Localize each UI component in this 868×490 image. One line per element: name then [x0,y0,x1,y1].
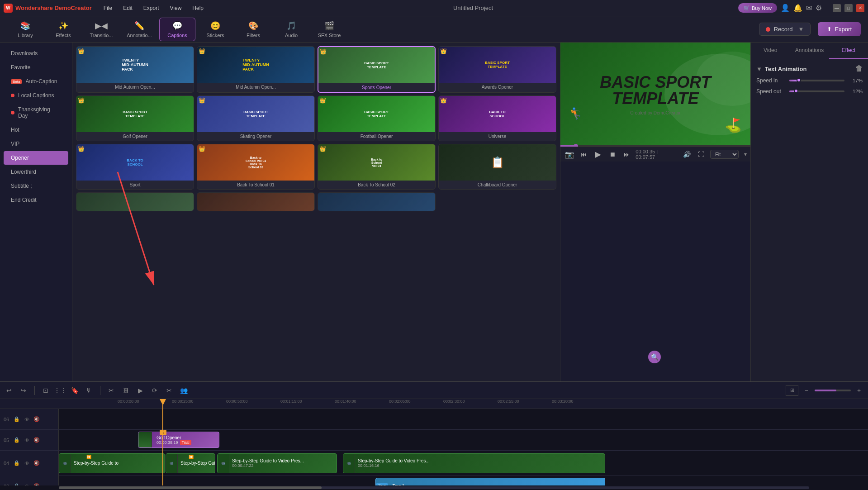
volume-button[interactable]: 🔊 [682,149,693,160]
clip-text-1[interactable]: Text Text 1 [375,478,605,485]
track-04-content[interactable]: 📹 Step-by-Step Guide to ⏩ 📹 Step-by-Step… [59,451,868,476]
toolbar-stickers[interactable]: 😊 Stickers [197,18,233,41]
fullscreen-button[interactable]: ⛶ [696,149,707,160]
stop-button[interactable]: ⏹ [607,149,618,160]
preview-timebar[interactable] [560,145,750,147]
trim-button[interactable]: ✂ [164,385,175,396]
grid-item-universe[interactable]: 👑 BACK TOSCHOOL Universe [438,95,556,141]
rewind-button[interactable]: ⏮ [579,149,589,160]
record-dropdown-arrow[interactable]: ▼ [798,26,804,33]
fit-select[interactable]: Fit 100% 75% 50% [710,150,739,159]
menu-file[interactable]: File [99,3,117,13]
split-button[interactable]: ⋮⋮ [55,385,66,396]
sidebar-item-vip[interactable]: VIP [4,137,68,151]
toolbar-transitions[interactable]: ▶◀ Transitio... [83,18,119,41]
scrollbar-track[interactable] [59,486,809,489]
marker-button[interactable]: 🔖 [69,385,80,396]
fit-dropdown-arrow[interactable]: ▾ [744,151,747,157]
notification-icon[interactable]: 🔔 [793,4,802,12]
grid-item-chalkboard[interactable]: 📋 Chalkboard Opener [438,144,556,190]
track-03-mute[interactable]: 🔇 [33,482,41,486]
menu-edit[interactable]: Edit [119,3,137,13]
sidebar-item-auto-caption[interactable]: Beta Auto-Caption [4,75,68,88]
record-button[interactable]: Record ▼ [759,23,811,36]
tab-effect[interactable]: Effect [829,43,868,59]
clip-video-4[interactable]: 📹 Step-by-Step Guide to Video Pres... 00… [343,453,605,473]
sidebar-item-subtitle[interactable]: Subtitle ; [4,179,68,193]
group-button[interactable]: 👥 [178,385,189,396]
track-06-lock[interactable]: 🔒 [13,415,21,423]
grid-item-awards[interactable]: 👑 BASIC SPORTTEMPLATE Awards Opener [438,46,556,93]
snap-button[interactable]: ⊡ [40,385,51,396]
redo-button[interactable]: ↪ [18,385,29,396]
zoom-out-button[interactable]: − [801,385,812,396]
track-04-lock[interactable]: 🔒 [13,459,21,467]
maximize-button[interactable]: □ [844,4,853,12]
grid-item-mid-autumn-1[interactable]: 👑 TWENTYMID-AUTUMNPACK Mid Autumn Open..… [76,46,194,93]
delete-icon[interactable]: 🗑 [855,65,863,73]
track-06-mute[interactable]: 🔇 [33,415,41,423]
frame-button[interactable]: 🖼 [120,385,131,396]
track-06-content[interactable] [59,409,868,429]
grid-item-sports[interactable]: 👑 BASIC SPORTTEMPLATE Sports Opener [318,46,436,93]
menu-help[interactable]: Help [188,3,208,13]
scrollbar-thumb[interactable] [59,486,322,489]
sidebar-item-local-captions[interactable]: Local Captions [4,89,68,102]
track-04-eye[interactable]: 👁 [23,459,31,467]
loop-button[interactable]: ⟳ [149,385,160,396]
track-05-mute[interactable]: 🔇 [33,436,41,444]
clip-video-1[interactable]: 📹 Step-by-Step Guide to ⏩ [59,453,165,473]
play-tl-button[interactable]: ▶ [135,385,146,396]
toolbar-sfx[interactable]: 🎬 SFX Store [311,18,347,41]
toolbar-filters[interactable]: 🎨 Filters [235,18,271,41]
tab-video[interactable]: Video [751,43,790,59]
toolbar-annotations[interactable]: ✏️ Annotatio... [121,18,157,41]
zoom-fit-button[interactable]: ⊞ [786,385,798,396]
grid-item-extra-2[interactable] [197,192,315,211]
clip-video-3[interactable]: 📹 Step-by-Step Guide to Video Pres... 00… [217,453,337,473]
toolbar-audio[interactable]: 🎵 Audio [273,18,309,41]
grid-item-golf[interactable]: 👑 BASIC SPORTTEMPLATE Golf Opener [76,95,194,141]
cut-button[interactable]: ✂ [106,385,117,396]
export-button[interactable]: ⬆ Export [818,22,861,36]
sidebar-item-downloads[interactable]: Downloads [4,47,68,60]
settings-icon[interactable]: ⚙ [816,4,822,12]
timeline-scrollbar[interactable] [0,485,868,490]
minimize-button[interactable]: — [833,4,841,12]
grid-item-sport[interactable]: 👑 BACK TOSCHOOL Sport [76,144,194,190]
menu-export[interactable]: Export [139,3,164,13]
toolbar-library[interactable]: 📚 Library [7,18,43,41]
track-04-mute[interactable]: 🔇 [33,459,41,467]
toolbar-captions[interactable]: 💬 Captions [159,18,195,41]
clip-video-2[interactable]: 📹 Step-by-Step Guid ⏩ [166,453,215,473]
sidebar-item-favorite[interactable]: Favorite [4,61,68,74]
track-03-content[interactable]: Text Text 1 [59,476,868,485]
menu-view[interactable]: View [166,3,186,13]
sidebar-item-end-credit[interactable]: End Credit [4,193,68,207]
grid-item-extra-1[interactable] [76,192,194,211]
speed-out-slider[interactable] [789,90,844,92]
user-icon[interactable]: 👤 [781,4,790,12]
track-05-content[interactable]: Golf Opener 00:00:38:19Trial ⋮ [59,430,868,450]
zoom-slider[interactable] [815,390,851,391]
sidebar-item-opener[interactable]: Opener [4,151,68,165]
grid-item-skating[interactable]: 👑 BASIC SPORTTEMPLATE Skating Opener [197,95,315,141]
track-06-eye[interactable]: 👁 [23,415,31,423]
grid-item-extra-3[interactable] [318,192,436,211]
tab-annotations[interactable]: Annotations [790,43,829,59]
record-tl-button[interactable]: 🎙 [84,385,95,396]
close-button[interactable]: ✕ [856,4,864,12]
track-03-lock[interactable]: 🔒 [13,482,21,486]
track-05-eye[interactable]: 👁 [23,436,31,444]
forward-button[interactable]: ⏭ [621,149,632,160]
sidebar-item-lowerthird[interactable]: Lowerthird [4,165,68,179]
grid-item-back-school-1[interactable]: 👑 Back toSchool Vol 04Back ToSchool 02 B… [197,144,315,190]
buy-now-button[interactable]: 🛒 Buy Now [738,3,777,13]
grid-item-back-school-2[interactable]: 👑 Back toSchoolVol 04 Back To School 02 [318,144,436,190]
speed-in-slider[interactable] [789,80,844,81]
grid-item-football[interactable]: 👑 BASIC SPORTTEMPLATE Football Opener [318,95,436,141]
mail-icon[interactable]: ✉ [806,4,812,12]
undo-button[interactable]: ↩ [4,385,14,396]
sidebar-item-hot[interactable]: Hot [4,123,68,137]
clip-golf-opener[interactable]: Golf Opener 00:00:38:19Trial [138,432,219,448]
